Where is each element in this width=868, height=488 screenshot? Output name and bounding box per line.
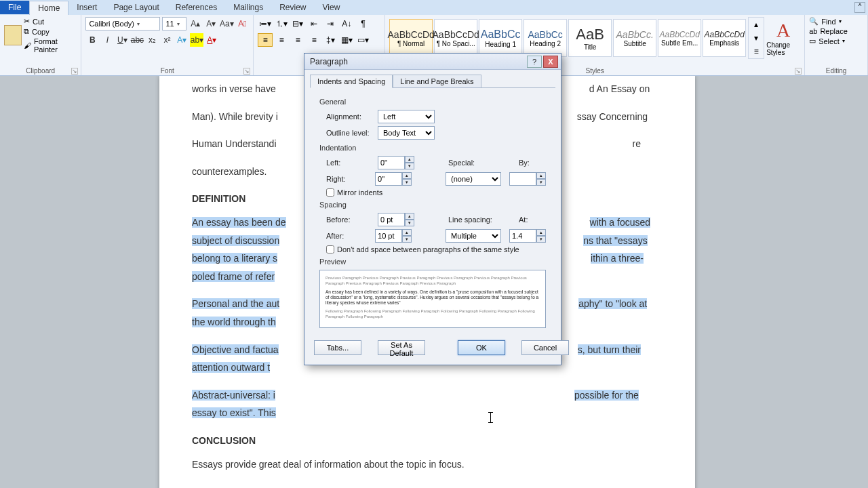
- close-button[interactable]: X: [543, 56, 558, 68]
- styles-more[interactable]: ≡: [749, 45, 764, 58]
- spin-down[interactable]: ▾: [536, 236, 546, 243]
- align-right-button[interactable]: ≡: [290, 33, 305, 47]
- shrink-font-button[interactable]: A▾: [204, 17, 218, 30]
- line-spacing-button[interactable]: ‡▾: [323, 33, 338, 47]
- strikethrough-button[interactable]: abc: [130, 33, 144, 47]
- font-color-button[interactable]: A▾: [205, 33, 218, 47]
- replace-button[interactable]: abReplace: [809, 27, 863, 35]
- change-styles-button[interactable]: A Change Styles: [766, 20, 800, 56]
- tabs-button[interactable]: Tabs...: [314, 340, 361, 355]
- shading-button[interactable]: ▦▾: [339, 33, 354, 47]
- select-button[interactable]: ▭Select▾: [809, 37, 863, 45]
- set-default-button[interactable]: Set As Default: [378, 340, 425, 355]
- spin-down[interactable]: ▾: [405, 163, 414, 169]
- text-effects-button[interactable]: A▾: [175, 33, 189, 47]
- style-heading2[interactable]: AaBbCcHeading 2: [524, 19, 567, 57]
- before-input[interactable]: [378, 213, 405, 226]
- mirror-indents-checkbox[interactable]: [326, 188, 334, 197]
- spin-up[interactable]: ▴: [405, 213, 414, 220]
- tab-references[interactable]: References: [167, 1, 225, 14]
- styles-gallery[interactable]: AaBbCcDd¶ Normal AaBbCcDd¶ No Spaci... A…: [389, 19, 746, 57]
- tab-view[interactable]: View: [315, 1, 349, 14]
- show-marks-button[interactable]: ¶: [355, 17, 370, 30]
- indent-left-input[interactable]: [378, 156, 405, 169]
- linespacing-select[interactable]: Multiple: [446, 229, 501, 243]
- indent-right-input[interactable]: [375, 172, 402, 186]
- justify-button[interactable]: ≡: [307, 33, 321, 47]
- paste-icon[interactable]: [4, 25, 22, 45]
- decrease-indent-button[interactable]: ⇤: [307, 17, 321, 30]
- align-left-button[interactable]: ≡: [258, 33, 273, 47]
- spin-up[interactable]: ▴: [402, 229, 412, 236]
- grow-font-button[interactable]: A▴: [189, 17, 202, 30]
- style-emphasis[interactable]: AaBbCcDdEmphasis: [703, 19, 746, 57]
- numbering-button[interactable]: ⒈▾: [274, 17, 289, 30]
- style-normal[interactable]: AaBbCcDd¶ Normal: [389, 19, 433, 57]
- style-heading1[interactable]: AaBbCcHeading 1: [479, 19, 522, 57]
- tab-mailings[interactable]: Mailings: [225, 1, 271, 14]
- cut-button[interactable]: ✂Cut: [24, 17, 77, 26]
- font-name-combo[interactable]: Calibri (Body)▾: [85, 17, 160, 30]
- replace-icon: ab: [809, 27, 817, 35]
- style-subtitle[interactable]: AaBbCc.Subtitle: [613, 19, 656, 57]
- style-nospacing[interactable]: AaBbCcDd¶ No Spaci...: [434, 19, 477, 57]
- alignment-select[interactable]: Left: [378, 110, 435, 123]
- spin-down[interactable]: ▾: [402, 179, 412, 186]
- dialog-titlebar[interactable]: Paragraph ? X: [304, 54, 561, 70]
- spin-up[interactable]: ▴: [536, 229, 546, 236]
- style-subtle-em[interactable]: AaBbCcDdSubtle Em...: [658, 19, 701, 57]
- subscript-button[interactable]: x₂: [145, 33, 159, 47]
- styles-scroll-down[interactable]: ▾: [749, 31, 764, 45]
- tab-line-page-breaks[interactable]: Line and Page Breaks: [393, 75, 481, 88]
- help-button[interactable]: ?: [527, 56, 542, 68]
- style-title[interactable]: AaBTitle: [568, 19, 612, 57]
- format-painter-button[interactable]: 🖌Format Painter: [24, 37, 77, 54]
- highlight-button[interactable]: ab▾: [190, 33, 203, 47]
- multilevel-button[interactable]: ⊟▾: [290, 17, 305, 30]
- tab-review[interactable]: Review: [271, 1, 314, 14]
- spin-up[interactable]: ▴: [536, 172, 546, 179]
- after-input[interactable]: [375, 229, 402, 243]
- italic-button[interactable]: I: [100, 33, 114, 47]
- at-input[interactable]: [509, 229, 536, 243]
- font-size-combo[interactable]: 11▾: [162, 17, 186, 30]
- special-select[interactable]: (none): [446, 172, 501, 186]
- tab-indents-spacing[interactable]: Indents and Spacing: [310, 75, 393, 88]
- font-launcher-icon[interactable]: ↘: [243, 68, 250, 75]
- tab-page-layout[interactable]: Page Layout: [105, 1, 167, 14]
- spin-up[interactable]: ▴: [402, 172, 412, 179]
- minimize-ribbon-icon[interactable]: ^: [854, 2, 865, 13]
- styles-launcher-icon[interactable]: ↘: [795, 68, 802, 75]
- heading-conclusion: CONCLUSION: [192, 432, 663, 450]
- borders-button[interactable]: ▭▾: [355, 33, 370, 47]
- copy-button[interactable]: ⧉Copy: [24, 27, 77, 36]
- by-input[interactable]: [509, 172, 536, 186]
- section-spacing: Spacing: [319, 201, 546, 209]
- styles-scroll-up[interactable]: ▴: [749, 18, 764, 31]
- spin-down[interactable]: ▾: [402, 236, 412, 243]
- bullets-button[interactable]: ≔▾: [258, 17, 273, 30]
- sort-button[interactable]: A↓: [339, 17, 354, 30]
- spin-up[interactable]: ▴: [405, 156, 414, 163]
- underline-button[interactable]: U▾: [115, 33, 129, 47]
- group-label-editing: Editing: [809, 66, 863, 75]
- no-space-same-style-checkbox[interactable]: [326, 245, 334, 253]
- tab-home[interactable]: Home: [29, 1, 68, 15]
- clipboard-launcher-icon[interactable]: ↘: [71, 68, 78, 75]
- spin-down[interactable]: ▾: [536, 179, 546, 186]
- clear-formatting-button[interactable]: A⃠: [235, 17, 249, 30]
- ok-button[interactable]: OK: [458, 340, 505, 355]
- after-label: After:: [326, 232, 375, 240]
- tab-file[interactable]: File: [0, 1, 29, 14]
- increase-indent-button[interactable]: ⇥: [323, 17, 338, 30]
- outline-label: Outline level:: [326, 129, 378, 137]
- outline-select[interactable]: Body Text: [378, 126, 435, 140]
- find-button[interactable]: 🔍Find▾: [809, 17, 863, 26]
- align-center-button[interactable]: ≡: [274, 33, 289, 47]
- cancel-button[interactable]: Cancel: [521, 340, 569, 355]
- tab-insert[interactable]: Insert: [68, 1, 105, 14]
- bold-button[interactable]: B: [85, 33, 99, 47]
- spin-down[interactable]: ▾: [405, 220, 414, 226]
- superscript-button[interactable]: x²: [160, 33, 174, 47]
- change-case-button[interactable]: Aa▾: [220, 17, 233, 30]
